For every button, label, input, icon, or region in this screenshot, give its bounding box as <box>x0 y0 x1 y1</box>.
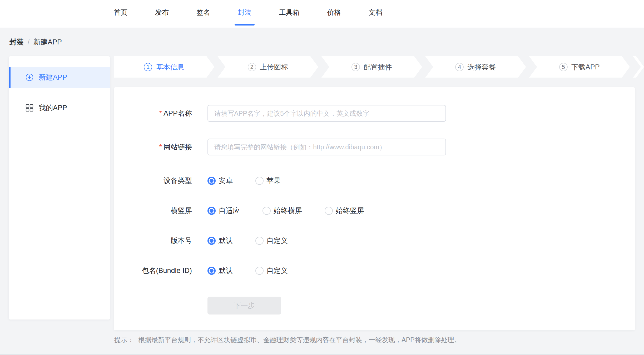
breadcrumb-current: 新建APP <box>33 37 62 47</box>
radio-always-portrait[interactable]: 始终竖屏 <box>325 206 364 215</box>
radio-version-custom[interactable]: 自定义 <box>255 236 288 245</box>
step-choose-plan: 4 选择套餐 <box>425 56 526 78</box>
radio-label: 自定义 <box>266 266 288 275</box>
step-label: 下载APP <box>571 62 600 72</box>
nav-item-package-active[interactable]: 封装 <box>238 0 251 28</box>
step-number: 5 <box>559 63 568 71</box>
nav-item-label: 工具箱 <box>279 8 300 17</box>
step-number: 2 <box>248 63 256 71</box>
nav-item-pricing[interactable]: 价格 <box>327 0 341 28</box>
radio-unselected-icon <box>255 177 264 185</box>
field-label-text: 网站链接 <box>164 142 192 152</box>
next-step-button[interactable]: 下一步 <box>207 297 281 315</box>
sidebar-item-label: 新建APP <box>39 73 67 82</box>
stepper-arrow-tail <box>633 56 644 78</box>
field-label-text: APP名称 <box>164 109 192 118</box>
step-configure-plugins: 3 配置插件 <box>321 56 422 78</box>
radio-label: 始终竖屏 <box>336 206 364 215</box>
radio-label: 安卓 <box>219 176 233 185</box>
required-asterisk: * <box>159 109 162 118</box>
nav-item-label: 签名 <box>196 8 210 17</box>
radio-ios[interactable]: 苹果 <box>255 176 281 185</box>
breadcrumb: 封装 / 新建APP <box>9 37 62 47</box>
sidebar-item-label: 我的APP <box>39 103 67 113</box>
platform-rules-tip: 提示： 根据最新平台规则，不允许区块链虚拟币、金融理财类等违规内容在平台封装，一… <box>114 334 461 345</box>
page-bottom-edge <box>0 354 644 355</box>
step-basic-info: 1 基本信息 <box>114 56 214 78</box>
form-row-website-url: * 网站链接 <box>114 139 635 155</box>
field-label: * APP名称 <box>114 109 192 118</box>
form-row-bundle-id: 包名(Bundle ID) 默认 自定义 <box>114 262 635 279</box>
active-item-bar <box>9 67 11 88</box>
radio-label: 默认 <box>219 236 233 245</box>
sidebar-item-my-apps[interactable]: 我的APP <box>9 97 110 118</box>
field-label: 版本号 <box>114 236 192 245</box>
website-url-input[interactable] <box>207 139 446 155</box>
required-asterisk: * <box>159 143 162 151</box>
radio-selected-icon <box>207 267 216 275</box>
radio-label: 自适应 <box>219 206 240 215</box>
step-upload-icon: 2 上传图标 <box>217 56 318 78</box>
field-label: 横竖屏 <box>114 206 192 215</box>
form-row-orientation: 横竖屏 自适应 始终横屏 始终竖屏 <box>114 202 635 219</box>
nav-item-toolbox[interactable]: 工具箱 <box>279 0 300 28</box>
grid-icon <box>26 104 33 112</box>
top-nav: 首页 发布 签名 封装 工具箱 价格 文档 <box>0 0 644 28</box>
radio-unselected-icon <box>262 207 271 215</box>
tip-text: 根据最新平台规则，不允许区块链虚拟币、金融理财类等违规内容在平台封装，一经发现，… <box>138 334 461 345</box>
step-number: 1 <box>144 63 152 71</box>
form-row-app-name: * APP名称 <box>114 105 635 122</box>
step-number: 4 <box>455 63 464 71</box>
sidebar: 新建APP 我的APP <box>9 56 110 320</box>
breadcrumb-separator: / <box>28 38 29 46</box>
radio-unselected-icon <box>325 207 333 215</box>
radio-version-default[interactable]: 默认 <box>207 236 233 245</box>
radio-label: 自定义 <box>266 236 288 245</box>
nav-item-home[interactable]: 首页 <box>114 0 127 28</box>
nav-item-sign[interactable]: 签名 <box>196 0 210 28</box>
step-number: 3 <box>351 63 360 71</box>
nav-item-docs[interactable]: 文档 <box>369 0 382 28</box>
sidebar-item-new-app[interactable]: 新建APP <box>9 67 110 88</box>
step-wizard: 1 基本信息 2 上传图标 3 配置插件 4 选择套餐 5 下载APP <box>114 56 644 78</box>
basic-info-form-card: * APP名称 * 网站链接 设备类型 安卓 苹果 <box>114 87 635 330</box>
field-label: 设备类型 <box>114 176 192 185</box>
plus-circle-icon <box>26 73 33 81</box>
radio-auto-orientation[interactable]: 自适应 <box>207 206 240 215</box>
field-label-text: 版本号 <box>171 236 192 245</box>
radio-always-landscape[interactable]: 始终横屏 <box>262 206 302 215</box>
radio-android[interactable]: 安卓 <box>207 176 233 185</box>
active-tab-underline <box>235 24 255 26</box>
radio-bundle-custom[interactable]: 自定义 <box>255 266 288 275</box>
radio-unselected-icon <box>255 267 264 275</box>
form-row-device-type: 设备类型 安卓 苹果 <box>114 172 635 189</box>
nav-item-label: 封装 <box>238 8 251 17</box>
radio-selected-icon <box>207 177 216 185</box>
radio-label: 苹果 <box>266 176 281 185</box>
step-download-app: 5 下载APP <box>529 56 630 78</box>
nav-item-label: 发布 <box>155 8 169 17</box>
step-label: 基本信息 <box>156 62 184 72</box>
step-label: 选择套餐 <box>467 62 496 72</box>
field-label: 包名(Bundle ID) <box>114 266 192 275</box>
radio-unselected-icon <box>255 237 264 245</box>
radio-label: 始终横屏 <box>274 206 302 215</box>
radio-bundle-default[interactable]: 默认 <box>207 266 233 275</box>
radio-label: 默认 <box>219 266 233 275</box>
form-row-version: 版本号 默认 自定义 <box>114 232 635 249</box>
step-label: 上传图标 <box>260 62 288 72</box>
breadcrumb-root[interactable]: 封装 <box>9 37 24 47</box>
radio-selected-icon <box>207 207 216 215</box>
field-label-text: 横竖屏 <box>171 206 192 215</box>
nav-item-publish[interactable]: 发布 <box>155 0 169 28</box>
field-label-text: 设备类型 <box>164 176 192 185</box>
nav-item-label: 首页 <box>114 8 127 17</box>
nav-item-label: 文档 <box>369 8 382 17</box>
step-label: 配置插件 <box>364 62 392 72</box>
field-label-text: 包名(Bundle ID) <box>142 266 192 275</box>
field-label: * 网站链接 <box>114 142 192 152</box>
radio-selected-icon <box>207 237 216 245</box>
nav-item-label: 价格 <box>327 8 341 17</box>
app-name-input[interactable] <box>207 105 446 122</box>
tip-prefix: 提示： <box>114 334 134 345</box>
